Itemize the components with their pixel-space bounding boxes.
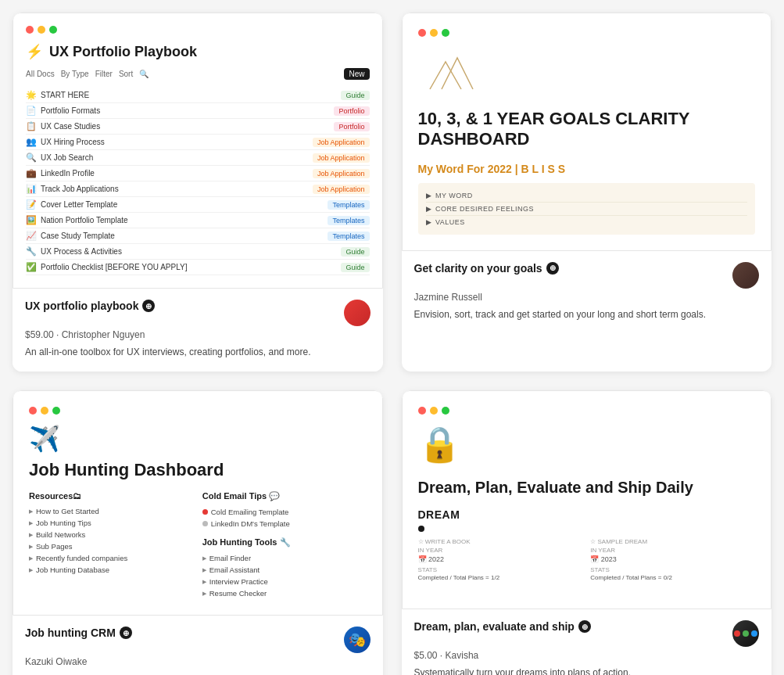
resources-title: Resources🗂 (29, 491, 193, 501)
card-goals[interactable]: 10, 3, & 1 YEAR GOALS CLARITY DASHBOARD … (402, 13, 772, 372)
list-item: 🔧 UX Process & Activities Guide (26, 244, 370, 260)
avatar-dots (732, 624, 759, 643)
list-item: ✅ Portfolio Checklist [BEFORE YOU APPLY]… (26, 260, 370, 275)
list-item: Sub Pages (29, 540, 193, 552)
dot-minimize (430, 29, 438, 37)
dot-maximize (49, 26, 57, 34)
card-preview-job: ✈️ Job Hunting Dashboard Resources🗂 How … (13, 390, 383, 616)
goals-row-1: ▶MY WORD (426, 189, 748, 203)
tools-title: Job Hunting Tools 🔧 (202, 537, 367, 548)
list-item: 🌟 START HERE Guide (26, 88, 370, 103)
dot-maximize (442, 407, 449, 415)
job-columns: Resources🗂 How to Get StartedJob Hunting… (29, 491, 367, 599)
dot-minimize (38, 26, 45, 34)
job-title: Job Hunting Dashboard (29, 460, 367, 480)
dot-close (29, 407, 37, 415)
goals-title: 10, 3, & 1 YEAR GOALS CLARITY DASHBOARD (418, 109, 756, 150)
info-icon-job: ⊕ (120, 627, 132, 639)
list-item: 📋 UX Case Studies Portfolio (26, 119, 370, 135)
list-item: Recently funded companies (29, 552, 193, 564)
list-item: Email Finder (202, 552, 367, 564)
card-header-goals: Get clarity on your goals ⊕ (414, 262, 760, 289)
ux-toolbar: All Docs By Type Filter Sort 🔍 New (26, 68, 370, 80)
card-title-job: Job hunting CRM ⊕ (25, 627, 132, 639)
window-controls-dream (418, 407, 756, 415)
card-info-job: Job hunting CRM ⊕ 🎭 Kazuki Oiwake Helps … (13, 616, 383, 675)
list-item: How to Get Started (29, 505, 193, 517)
resources-column: Resources🗂 How to Get StartedJob Hunting… (29, 491, 193, 599)
bolt-icon: ⚡ (26, 43, 43, 60)
card-author-goals: Jazmine Russell (414, 292, 760, 303)
dot-close (26, 26, 34, 34)
goals-word: My Word For 2022 | B L I S S (418, 163, 566, 175)
card-desc-job: Helps you manage the application process… (25, 672, 371, 675)
list-item: 📄 Portfolio Formats Portfolio (26, 103, 370, 119)
card-header-dream: Dream, plan, evaluate and ship ⊕ (414, 620, 760, 647)
card-dream[interactable]: 🔒 Dream, Plan, Evaluate and Ship Daily D… (402, 390, 772, 675)
card-desc-dream: Systematically turn your dreams into pla… (414, 666, 760, 675)
dot-minimize (430, 407, 438, 415)
dot-maximize (52, 407, 60, 415)
card-info-goals: Get clarity on your goals ⊕ Jazmine Russ… (402, 251, 772, 334)
dot-minimize (41, 407, 48, 415)
list-item: 👥 UX Hiring Process Job Application (26, 135, 370, 150)
list-item: Email Assistant (202, 564, 367, 576)
dream-grid: ☆ Write a book IN YEAR 📅 2022 STATS Comp… (418, 538, 756, 581)
card-preview-dream: 🔒 Dream, Plan, Evaluate and Ship Daily D… (402, 390, 772, 609)
list-item: Job Hunting Database (29, 564, 193, 576)
mountain-icon (418, 46, 481, 96)
dot-close (418, 29, 426, 37)
window-controls-goals (418, 29, 449, 37)
dream-item-1: ☆ Write a book IN YEAR 📅 2022 STATS Comp… (418, 538, 583, 581)
dream-section: DREAM (418, 508, 756, 521)
info-icon-dream: ⊕ (578, 620, 591, 633)
ux-title: ⚡ UX Portfolio Playbook (26, 43, 370, 60)
card-grid: ⚡ UX Portfolio Playbook All Docs By Type… (13, 13, 771, 675)
list-item: LinkedIn DM's Template (202, 518, 367, 530)
cold-email-title: Cold Email Tips 💬 (202, 491, 367, 501)
card-job[interactable]: ✈️ Job Hunting Dashboard Resources🗂 How … (13, 390, 383, 675)
window-controls-job (29, 407, 367, 415)
card-title-goals: Get clarity on your goals ⊕ (414, 262, 559, 275)
list-item: Resume Checker (202, 587, 367, 599)
goals-sections: ▶MY WORD ▶CORE DESIRED FEELINGS ▶VALUES (418, 183, 756, 235)
new-button[interactable]: New (344, 68, 369, 80)
card-preview-ux: ⚡ UX Portfolio Playbook All Docs By Type… (13, 13, 383, 289)
list-item: 🔍 UX Job Search Job Application (26, 150, 370, 166)
card-title-dream: Dream, plan, evaluate and ship ⊕ (414, 620, 591, 633)
lock-icon: 🔒 (418, 424, 756, 465)
ux-rows: 🌟 START HERE Guide 📄 Portfolio Formats P… (26, 88, 370, 275)
list-item: Interview Practice (202, 576, 367, 587)
list-item: 📝 Cover Letter Template Templates (26, 197, 370, 213)
card-header-job: Job hunting CRM ⊕ 🎭 (25, 627, 371, 653)
dream-dot (418, 526, 424, 532)
list-item: 🖼️ Nation Portfolio Template Templates (26, 213, 370, 228)
card-title-ux: UX portfolio playbook ⊕ (25, 300, 155, 312)
cold-email-column: Cold Email Tips 💬 Cold Emailing Template… (202, 491, 367, 599)
card-author-job: Kazuki Oiwake (25, 656, 371, 667)
dot-blue (751, 630, 757, 637)
search-icon: 🔍 (139, 70, 149, 78)
card-info-ux: UX portfolio playbook ⊕ $59.00 · Christo… (13, 289, 383, 372)
list-item: Job Hunting Tips (29, 517, 193, 529)
card-ux-portfolio[interactable]: ⚡ UX Portfolio Playbook All Docs By Type… (13, 13, 383, 372)
list-item: 📈 Case Study Template Templates (26, 228, 370, 244)
dot-green (743, 630, 749, 637)
list-item: Build Networks (29, 529, 193, 540)
dot-close (418, 407, 426, 415)
card-desc-ux: An all-in-one toolbox for UX interviews,… (25, 345, 371, 359)
tools-list: Email FinderEmail AssistantInterview Pra… (202, 552, 367, 599)
avatar-dream (732, 620, 759, 647)
dot-maximize (442, 29, 449, 37)
list-item: 💼 LinkedIn Profile Job Application (26, 166, 370, 181)
card-preview-goals: 10, 3, & 1 YEAR GOALS CLARITY DASHBOARD … (402, 13, 772, 251)
info-icon-goals: ⊕ (546, 262, 559, 275)
card-price-ux: $59.00 · Christopher Nguyen (25, 329, 371, 340)
avatar-ux (344, 300, 371, 326)
resources-list: How to Get StartedJob Hunting TipsBuild … (29, 505, 193, 576)
dot-red (734, 630, 740, 637)
card-info-dream: Dream, plan, evaluate and ship ⊕ $5.00 ·… (402, 609, 772, 675)
dream-title: Dream, Plan, Evaluate and Ship Daily (418, 477, 756, 497)
avatar-job: 🎭 (344, 627, 371, 653)
cold-email-list: Cold Emailing Template LinkedIn DM's Tem… (202, 506, 367, 530)
